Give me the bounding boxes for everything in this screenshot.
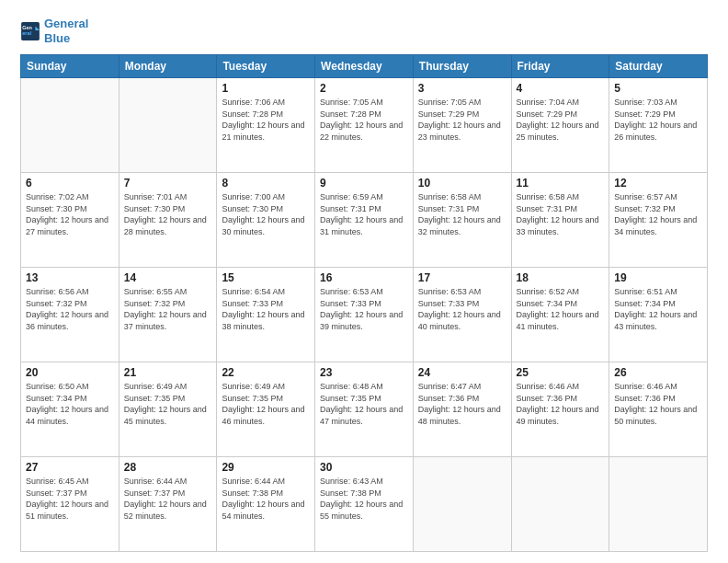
day-info: Sunrise: 6:47 AM Sunset: 7:36 PM Dayligh…	[418, 381, 506, 427]
day-number: 4	[517, 82, 605, 95]
day-info: Sunrise: 6:58 AM Sunset: 7:31 PM Dayligh…	[517, 191, 605, 237]
day-number: 14	[124, 271, 212, 284]
day-info: Sunrise: 6:44 AM Sunset: 7:38 PM Dayligh…	[222, 476, 310, 522]
logo: Gen eral General Blue	[20, 17, 88, 45]
day-info: Sunrise: 7:02 AM Sunset: 7:30 PM Dayligh…	[26, 191, 114, 237]
day-number: 15	[222, 271, 310, 284]
calendar-cell: 3Sunrise: 7:05 AM Sunset: 7:29 PM Daylig…	[413, 78, 511, 173]
day-number: 25	[517, 366, 605, 379]
day-info: Sunrise: 6:48 AM Sunset: 7:35 PM Dayligh…	[320, 381, 408, 427]
day-number: 6	[26, 177, 114, 190]
calendar-cell: 19Sunrise: 6:51 AM Sunset: 7:34 PM Dayli…	[609, 268, 708, 362]
calendar-cell: 28Sunrise: 6:44 AM Sunset: 7:37 PM Dayli…	[119, 457, 217, 552]
day-info: Sunrise: 6:44 AM Sunset: 7:37 PM Dayligh…	[124, 476, 212, 522]
day-number: 3	[418, 82, 506, 95]
day-info: Sunrise: 7:05 AM Sunset: 7:28 PM Dayligh…	[320, 97, 408, 143]
calendar-cell: 18Sunrise: 6:52 AM Sunset: 7:34 PM Dayli…	[511, 268, 609, 362]
day-number: 29	[222, 461, 310, 474]
calendar-cell: 6Sunrise: 7:02 AM Sunset: 7:30 PM Daylig…	[21, 173, 119, 268]
logo-text-line1: General	[44, 17, 88, 31]
calendar-table: SundayMondayTuesdayWednesdayThursdayFrid…	[20, 54, 708, 552]
calendar-cell: 23Sunrise: 6:48 AM Sunset: 7:35 PM Dayli…	[315, 362, 414, 457]
day-number: 1	[222, 82, 310, 95]
calendar-cell: 2Sunrise: 7:05 AM Sunset: 7:28 PM Daylig…	[315, 78, 414, 173]
calendar-cell: 14Sunrise: 6:55 AM Sunset: 7:32 PM Dayli…	[119, 268, 217, 362]
svg-text:Gen: Gen	[22, 24, 32, 29]
day-number: 20	[26, 366, 114, 379]
day-number: 5	[614, 82, 702, 95]
calendar-cell: 4Sunrise: 7:04 AM Sunset: 7:29 PM Daylig…	[511, 78, 609, 173]
calendar-cell: 13Sunrise: 6:56 AM Sunset: 7:32 PM Dayli…	[21, 268, 119, 362]
day-number: 9	[320, 177, 408, 190]
day-number: 2	[320, 82, 408, 95]
calendar-cell: 12Sunrise: 6:57 AM Sunset: 7:32 PM Dayli…	[609, 173, 708, 268]
calendar-cell	[609, 457, 708, 552]
day-info: Sunrise: 7:03 AM Sunset: 7:29 PM Dayligh…	[614, 97, 702, 143]
day-number: 27	[26, 461, 114, 474]
calendar-cell	[21, 78, 119, 173]
weekday-header-saturday: Saturday	[609, 55, 708, 78]
calendar-cell	[119, 78, 217, 173]
day-info: Sunrise: 6:49 AM Sunset: 7:35 PM Dayligh…	[124, 381, 212, 427]
day-info: Sunrise: 6:51 AM Sunset: 7:34 PM Dayligh…	[614, 286, 702, 332]
day-info: Sunrise: 6:52 AM Sunset: 7:34 PM Dayligh…	[517, 286, 605, 332]
calendar-cell	[413, 457, 511, 552]
header: Gen eral General Blue	[20, 17, 708, 45]
day-number: 7	[124, 177, 212, 190]
calendar-cell: 24Sunrise: 6:47 AM Sunset: 7:36 PM Dayli…	[413, 362, 511, 457]
day-info: Sunrise: 6:53 AM Sunset: 7:33 PM Dayligh…	[418, 286, 506, 332]
svg-text:eral: eral	[22, 30, 31, 36]
day-number: 22	[222, 366, 310, 379]
weekday-header-thursday: Thursday	[413, 55, 511, 78]
day-number: 10	[418, 177, 506, 190]
day-number: 11	[517, 177, 605, 190]
day-number: 16	[320, 271, 408, 284]
day-info: Sunrise: 6:57 AM Sunset: 7:32 PM Dayligh…	[614, 191, 702, 237]
calendar-cell: 16Sunrise: 6:53 AM Sunset: 7:33 PM Dayli…	[315, 268, 414, 362]
day-info: Sunrise: 6:50 AM Sunset: 7:34 PM Dayligh…	[26, 381, 114, 427]
day-number: 13	[26, 271, 114, 284]
day-info: Sunrise: 7:01 AM Sunset: 7:30 PM Dayligh…	[124, 191, 212, 237]
calendar-cell: 26Sunrise: 6:46 AM Sunset: 7:36 PM Dayli…	[609, 362, 708, 457]
day-info: Sunrise: 6:46 AM Sunset: 7:36 PM Dayligh…	[614, 381, 702, 427]
day-info: Sunrise: 6:59 AM Sunset: 7:31 PM Dayligh…	[320, 191, 408, 237]
day-number: 21	[124, 366, 212, 379]
day-number: 26	[614, 366, 702, 379]
day-info: Sunrise: 6:46 AM Sunset: 7:36 PM Dayligh…	[517, 381, 605, 427]
weekday-header-sunday: Sunday	[21, 55, 119, 78]
calendar-cell: 10Sunrise: 6:58 AM Sunset: 7:31 PM Dayli…	[413, 173, 511, 268]
day-info: Sunrise: 6:43 AM Sunset: 7:38 PM Dayligh…	[320, 476, 408, 522]
calendar-cell: 9Sunrise: 6:59 AM Sunset: 7:31 PM Daylig…	[315, 173, 414, 268]
calendar-cell: 15Sunrise: 6:54 AM Sunset: 7:33 PM Dayli…	[217, 268, 315, 362]
weekday-header-tuesday: Tuesday	[217, 55, 315, 78]
calendar-cell: 7Sunrise: 7:01 AM Sunset: 7:30 PM Daylig…	[119, 173, 217, 268]
calendar-cell: 29Sunrise: 6:44 AM Sunset: 7:38 PM Dayli…	[217, 457, 315, 552]
weekday-header-wednesday: Wednesday	[315, 55, 414, 78]
day-number: 19	[614, 271, 702, 284]
day-number: 24	[418, 366, 506, 379]
calendar-cell	[511, 457, 609, 552]
day-number: 28	[124, 461, 212, 474]
day-number: 18	[517, 271, 605, 284]
day-info: Sunrise: 7:04 AM Sunset: 7:29 PM Dayligh…	[517, 97, 605, 143]
calendar-cell: 17Sunrise: 6:53 AM Sunset: 7:33 PM Dayli…	[413, 268, 511, 362]
day-number: 12	[614, 177, 702, 190]
calendar-cell: 27Sunrise: 6:45 AM Sunset: 7:37 PM Dayli…	[21, 457, 119, 552]
day-info: Sunrise: 7:06 AM Sunset: 7:28 PM Dayligh…	[222, 97, 310, 143]
logo-text-line2: Blue	[44, 31, 88, 46]
calendar-cell: 21Sunrise: 6:49 AM Sunset: 7:35 PM Dayli…	[119, 362, 217, 457]
calendar-cell: 25Sunrise: 6:46 AM Sunset: 7:36 PM Dayli…	[511, 362, 609, 457]
calendar-cell: 22Sunrise: 6:49 AM Sunset: 7:35 PM Dayli…	[217, 362, 315, 457]
day-number: 17	[418, 271, 506, 284]
day-info: Sunrise: 6:49 AM Sunset: 7:35 PM Dayligh…	[222, 381, 310, 427]
calendar-cell: 1Sunrise: 7:06 AM Sunset: 7:28 PM Daylig…	[217, 78, 315, 173]
day-number: 8	[222, 177, 310, 190]
calendar-cell: 8Sunrise: 7:00 AM Sunset: 7:30 PM Daylig…	[217, 173, 315, 268]
day-info: Sunrise: 6:55 AM Sunset: 7:32 PM Dayligh…	[124, 286, 212, 332]
calendar-cell: 5Sunrise: 7:03 AM Sunset: 7:29 PM Daylig…	[609, 78, 708, 173]
day-info: Sunrise: 6:45 AM Sunset: 7:37 PM Dayligh…	[26, 476, 114, 522]
calendar-cell: 11Sunrise: 6:58 AM Sunset: 7:31 PM Dayli…	[511, 173, 609, 268]
day-info: Sunrise: 6:54 AM Sunset: 7:33 PM Dayligh…	[222, 286, 310, 332]
calendar-cell: 30Sunrise: 6:43 AM Sunset: 7:38 PM Dayli…	[315, 457, 414, 552]
day-number: 30	[320, 461, 408, 474]
